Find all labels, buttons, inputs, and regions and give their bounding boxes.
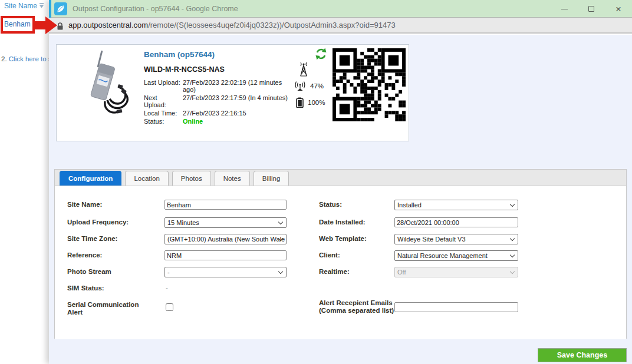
install-status-label: Status: <box>319 201 342 209</box>
chevron-down-icon <box>510 269 515 274</box>
device-title: Benham (op57644) <box>144 50 215 59</box>
realtime-select-disabled: Off <box>394 267 518 277</box>
chevron-down-icon <box>510 202 515 207</box>
sort-descending-icon <box>39 2 44 10</box>
next-upload-label: Next Upload: <box>144 94 171 108</box>
upload-frequency-select[interactable]: 15 Minutes <box>164 217 287 228</box>
window-title: Outpost Configuration - op57644 - Google… <box>73 0 238 18</box>
configuration-form: Site Name: Upload Frequency: 15 Minutes … <box>55 186 626 339</box>
next-upload-row: Next Upload: 27/Feb/2023 22:17:59 (In 4 … <box>144 94 292 108</box>
local-time-label: Local Time: <box>144 110 182 117</box>
serial-communication-alert-checkbox[interactable] <box>166 303 173 311</box>
sim-status-value: - <box>166 284 168 292</box>
client-select[interactable]: Natural Resource Management <box>394 250 518 261</box>
status-label: Status: <box>144 118 182 125</box>
configuration-panel: Configuration Location Photos Notes Bill… <box>54 169 627 339</box>
last-upload-label: Last Upload: <box>144 79 182 93</box>
tab-notes[interactable]: Notes <box>215 171 250 186</box>
status-online-value: Online <box>183 118 203 125</box>
url-text: app.outpostcentral.com/remote/(S(leossee… <box>68 18 396 33</box>
battery-percent: 100% <box>308 99 325 106</box>
sim-status-label: SIM Status: <box>67 284 104 292</box>
step-number: 2. <box>1 55 7 62</box>
local-time-value: 27/Feb/2023 22:16:15 <box>183 110 246 117</box>
photo-stream-value: - <box>167 269 170 276</box>
window-theme-strip <box>49 0 51 18</box>
chevron-down-icon <box>510 236 515 241</box>
signal-strength: 47% <box>294 81 324 91</box>
site-name-label: Site Name: <box>67 201 102 209</box>
tab-billing[interactable]: Billing <box>254 171 289 186</box>
web-template-select[interactable]: Wildeye Site Default V3 <box>394 234 518 244</box>
web-template-value: Wildeye Site Default V3 <box>397 236 466 243</box>
qr-code <box>333 48 406 121</box>
realtime-value: Off <box>397 269 406 276</box>
tab-strip: Configuration Location Photos Notes Bill… <box>55 170 626 186</box>
site-time-zone-label: Site Time Zone: <box>67 235 117 243</box>
refresh-icon[interactable] <box>315 48 327 62</box>
url-domain: app.outpostcentral.com <box>68 21 148 29</box>
sidebar-step-link[interactable]: 2. Click here to sl <box>1 55 49 62</box>
realtime-label: Realtime: <box>319 268 350 276</box>
serial-communication-alert-label: Serial Communication Alert <box>67 301 147 316</box>
last-upload-value: 27/Feb/2023 22:02:19 (12 minutes ago) <box>183 79 290 93</box>
battery-icon <box>296 97 304 108</box>
page-content: Benham (op57644) WILD-M-R-NCCS5-NAS Last… <box>49 35 632 364</box>
web-template-label: Web Template: <box>319 235 367 243</box>
window-titlebar: Outpost Configuration - op57644 - Google… <box>49 0 632 18</box>
device-info-panel: Benham (op57644) WILD-M-R-NCCS5-NAS Last… <box>56 44 409 141</box>
cell-tower-icon <box>298 61 310 80</box>
save-changes-button[interactable]: Save Changes <box>538 348 627 362</box>
reference-label: Reference: <box>67 252 102 259</box>
tab-configuration[interactable]: Configuration <box>60 171 121 186</box>
signal-icon <box>294 81 306 91</box>
lock-icon <box>57 22 64 32</box>
close-icon: × <box>615 4 621 14</box>
device-status-rows: Last Upload: 27/Feb/2023 22:02:19 (12 mi… <box>144 79 292 126</box>
sidebar-column-header-site-name[interactable]: Site Name <box>4 2 44 10</box>
date-installed-input[interactable] <box>394 217 518 227</box>
signal-percent: 47% <box>310 82 324 90</box>
local-time-row: Local Time: 27/Feb/2023 22:16:15 <box>144 110 292 117</box>
window-controls: × <box>551 0 632 18</box>
chevron-down-icon <box>278 269 283 274</box>
chevron-down-icon <box>278 220 283 224</box>
address-bar[interactable]: app.outpostcentral.com/remote/(S(leossee… <box>49 18 632 34</box>
sidebar-site-link-benham[interactable]: Benham <box>4 20 31 28</box>
device-image <box>73 48 139 117</box>
minimize-button[interactable] <box>551 0 578 18</box>
step-link-text: Click here to sl <box>9 55 49 62</box>
site-time-zone-select[interactable]: (GMT+10:00) Australia (New South Wale <box>164 234 287 244</box>
close-button[interactable]: × <box>605 0 632 18</box>
tab-photos[interactable]: Photos <box>172 171 211 186</box>
chrome-window: Outpost Configuration - op57644 - Google… <box>49 0 632 364</box>
upload-frequency-value: 15 Minutes <box>167 219 199 226</box>
site-list-sidebar: Site Name Benham 2. Click here to sl <box>0 0 49 364</box>
install-status-select[interactable]: Installed <box>394 200 518 210</box>
site-time-zone-value: (GMT+10:00) Australia (New South Wale <box>167 236 285 243</box>
status-row: Status: Online <box>144 118 292 125</box>
site-name-input[interactable] <box>164 200 287 210</box>
date-installed-label: Date Installed: <box>319 219 366 226</box>
site-name-header-label: Site Name <box>4 2 37 10</box>
last-upload-row: Last Upload: 27/Feb/2023 22:02:19 (12 mi… <box>144 79 292 93</box>
minimize-icon <box>561 9 568 9</box>
alert-recipient-emails-input[interactable] <box>394 302 518 312</box>
chevron-down-icon <box>510 253 515 257</box>
upload-frequency-label: Upload Frequency: <box>67 219 129 226</box>
device-model: WILD-M-R-NCCS5-NAS <box>144 65 225 74</box>
client-value: Natural Resource Management <box>397 252 488 259</box>
client-label: Client: <box>319 252 340 259</box>
battery-level: 100% <box>296 97 325 108</box>
install-status-value: Installed <box>397 201 422 209</box>
reference-input[interactable] <box>164 250 287 260</box>
next-upload-value: 27/Feb/2023 22:17:59 (In 4 minutes) <box>183 94 288 108</box>
maximize-icon <box>588 6 594 12</box>
tab-location[interactable]: Location <box>125 171 168 186</box>
url-path: /remote/(S(leossees4uqefz0i4jq0323z))/Ou… <box>148 21 396 29</box>
photo-stream-label: Photo Stream <box>67 268 111 276</box>
outpost-app-icon <box>54 2 67 15</box>
photo-stream-select[interactable]: - <box>164 267 287 277</box>
maximize-button[interactable] <box>578 0 605 18</box>
